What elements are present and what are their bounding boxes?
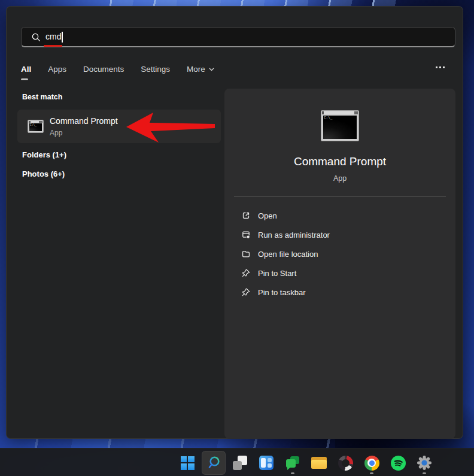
action-label: Open	[258, 211, 277, 220]
action-list: Open Run as administrator Open file loca…	[241, 206, 446, 302]
tab-documents[interactable]: Documents	[83, 63, 124, 75]
windows-search-panel: All Apps Documents Settings More Best ma…	[6, 6, 463, 439]
result-subtitle: App	[50, 129, 62, 137]
action-open-file-location[interactable]: Open file location	[241, 244, 446, 263]
action-open[interactable]: Open	[241, 206, 446, 225]
search-box[interactable]	[21, 27, 455, 47]
search-input[interactable]	[22, 28, 455, 46]
spotify-icon	[391, 456, 406, 471]
ellipsis-icon	[439, 66, 441, 68]
action-label: Open file location	[258, 250, 318, 259]
taskbar	[0, 448, 474, 476]
widgets-button[interactable]	[254, 451, 278, 475]
action-label: Pin to taskbar	[258, 288, 306, 297]
result-title: Command Prompt	[50, 116, 118, 126]
taskbar-items	[175, 451, 436, 475]
chat-icon	[285, 456, 300, 470]
open-external-icon	[241, 211, 251, 220]
action-pin-to-start[interactable]: Pin to Start	[241, 263, 446, 283]
action-run-as-administrator[interactable]: Run as administrator	[241, 225, 446, 244]
settings-button[interactable]	[412, 451, 436, 475]
tab-apps[interactable]: Apps	[47, 63, 67, 75]
chrome-icon	[364, 456, 379, 471]
running-indicator	[370, 472, 373, 474]
running-indicator	[423, 472, 426, 474]
chevron-down-icon	[209, 64, 214, 73]
taskbar-search-button[interactable]	[202, 451, 226, 475]
pushpin-icon	[241, 268, 251, 278]
file-explorer-icon	[311, 456, 327, 469]
ring-app-icon	[338, 456, 353, 471]
folder-icon	[241, 249, 251, 259]
task-view-button[interactable]	[228, 451, 252, 475]
settings-gear-icon	[417, 455, 432, 471]
preview-app-title: Command Prompt	[224, 155, 455, 168]
admin-window-icon	[241, 230, 251, 239]
action-label: Run as administrator	[258, 231, 330, 239]
preview-pane: C:\_ Command Prompt App Open Run as admi…	[224, 89, 455, 439]
ring-app-button[interactable]	[333, 451, 357, 475]
tab-more[interactable]: More	[186, 63, 215, 75]
result-group-folders[interactable]: Folders (1+)	[22, 150, 66, 159]
widgets-icon	[259, 456, 274, 470]
command-prompt-icon: C:\_	[321, 110, 359, 141]
chat-button[interactable]	[281, 451, 305, 475]
running-indicator	[291, 472, 294, 474]
result-group-photos[interactable]: Photos (6+)	[22, 169, 65, 178]
divider	[234, 196, 446, 197]
task-view-icon	[233, 456, 247, 470]
tab-all[interactable]: All	[20, 63, 32, 75]
preview-app-type: App	[224, 174, 455, 183]
command-prompt-icon: C:\_	[28, 120, 44, 133]
windows-start-icon	[181, 456, 195, 470]
best-match-header: Best match	[22, 93, 62, 101]
start-button[interactable]	[175, 451, 199, 475]
action-pin-to-taskbar[interactable]: Pin to taskbar	[241, 283, 446, 302]
search-icon	[206, 455, 221, 471]
tab-settings[interactable]: Settings	[140, 63, 171, 75]
more-options-button[interactable]	[433, 64, 447, 71]
action-label: Pin to Start	[258, 269, 296, 278]
spotify-button[interactable]	[386, 451, 410, 475]
pushpin-icon	[241, 287, 251, 297]
chrome-button[interactable]	[360, 451, 384, 475]
file-explorer-button[interactable]	[307, 451, 331, 475]
text-cursor	[62, 32, 63, 43]
red-underline-annotation	[44, 45, 62, 47]
search-filter-tabs: All Apps Documents Settings More	[20, 63, 215, 75]
ellipsis-icon	[443, 66, 445, 68]
ellipsis-icon	[436, 66, 437, 68]
best-match-result-command-prompt[interactable]: C:\_ Command Prompt App	[17, 110, 221, 143]
